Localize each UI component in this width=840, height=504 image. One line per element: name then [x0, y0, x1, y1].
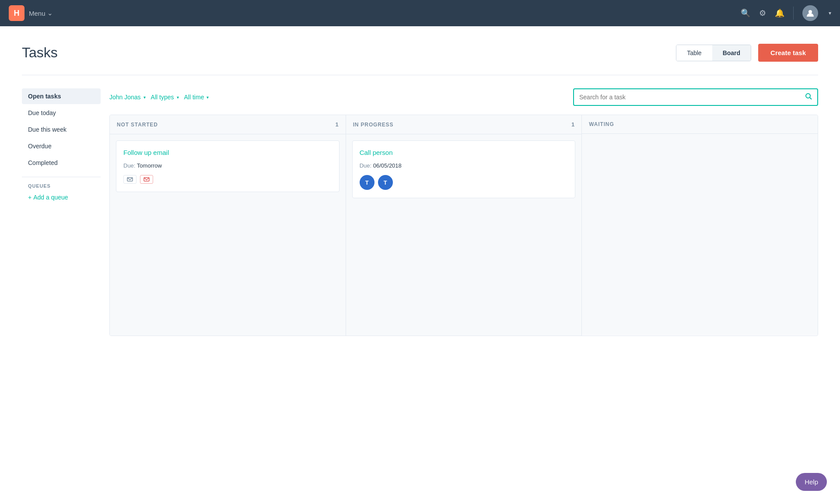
column-count-in-progress: 1	[571, 121, 574, 128]
plus-icon: +	[28, 194, 32, 201]
topnav-right: 🔍 ⚙ 🔔 ▾	[741, 5, 831, 21]
svg-line-2	[810, 98, 812, 99]
chevron-down-icon: ▾	[177, 95, 179, 100]
column-in-progress: IN PROGRESS 1 Call person Due: 06/05/201…	[346, 115, 582, 336]
column-body-in-progress: Call person Due: 06/05/2018 T T	[346, 134, 582, 336]
add-queue-button[interactable]: + Add a queue	[22, 192, 74, 203]
avatar-chevron-icon: ▾	[829, 10, 831, 16]
avatar-button[interactable]	[802, 5, 818, 21]
sidebar-item-completed[interactable]: Completed	[22, 155, 101, 171]
main-layout: Open tasks Due today Due this week Overd…	[22, 88, 818, 336]
page-title: Tasks	[22, 45, 58, 61]
column-title-waiting: WAITING	[589, 121, 614, 127]
type-filter-button[interactable]: All types ▾	[151, 94, 179, 101]
sidebar-divider	[22, 177, 101, 177]
notifications-icon-button[interactable]: 🔔	[775, 8, 784, 18]
hubspot-logo: H	[9, 5, 24, 21]
page-header: Tasks Table Board Create task	[22, 44, 818, 62]
task-name-follow-up-email[interactable]: Follow up email	[123, 149, 332, 156]
task-icons-follow-up-email	[123, 175, 332, 184]
task-card-follow-up-email: Follow up email Due: Tomorrow	[116, 140, 340, 192]
topnav-left: H Menu ⌄	[9, 5, 53, 21]
column-header-not-started: NOT STARTED 1	[110, 115, 346, 134]
search-icon-button[interactable]: 🔍	[741, 8, 750, 18]
column-header-waiting: WAITING	[582, 115, 818, 134]
sidebar-item-open-tasks[interactable]: Open tasks	[22, 88, 101, 104]
sidebar: Open tasks Due today Due this week Overd…	[22, 88, 109, 336]
task-card-call-person: Call person Due: 06/05/2018 T T	[352, 140, 576, 198]
search-icon	[805, 93, 812, 102]
svg-point-0	[808, 10, 812, 14]
column-title-not-started: NOT STARTED	[117, 122, 158, 128]
page-content: Tasks Table Board Create task Open tasks…	[0, 26, 840, 354]
create-task-button[interactable]: Create task	[758, 44, 818, 62]
search-box	[573, 88, 818, 106]
column-header-in-progress: IN PROGRESS 1	[346, 115, 582, 134]
sidebar-item-due-today[interactable]: Due today	[22, 105, 101, 121]
header-actions: Table Board Create task	[676, 44, 818, 62]
chevron-down-icon: ▾	[206, 95, 209, 100]
column-not-started: NOT STARTED 1 Follow up email Due: Tomor…	[110, 115, 346, 336]
svg-point-1	[806, 94, 810, 98]
column-body-waiting	[582, 134, 818, 335]
board-columns: NOT STARTED 1 Follow up email Due: Tomor…	[109, 115, 818, 336]
task-due-call-person: Due: 06/05/2018	[360, 162, 568, 169]
column-body-not-started: Follow up email Due: Tomorrow	[110, 134, 346, 336]
queues-label: QUEUES	[22, 183, 101, 189]
topnav: H Menu ⌄ 🔍 ⚙ 🔔 ▾	[0, 0, 840, 26]
sidebar-item-due-this-week[interactable]: Due this week	[22, 122, 101, 137]
task-due-follow-up-email: Due: Tomorrow	[123, 162, 332, 169]
assignee-filter-button[interactable]: John Jonas ▾	[109, 94, 146, 101]
column-count-not-started: 1	[335, 121, 338, 128]
task-icons-call-person: T T	[360, 175, 568, 190]
settings-icon-button[interactable]: ⚙	[759, 8, 766, 18]
filters-bar: John Jonas ▾ All types ▾ All time ▾	[109, 88, 818, 106]
page-divider	[22, 75, 818, 75]
topnav-divider	[793, 7, 794, 20]
email-icon-2	[140, 175, 153, 184]
board-area: John Jonas ▾ All types ▾ All time ▾	[109, 88, 818, 336]
search-input[interactable]	[579, 94, 805, 101]
column-waiting: WAITING	[582, 115, 818, 336]
column-title-in-progress: IN PROGRESS	[353, 122, 394, 128]
chevron-down-icon: ⌄	[47, 9, 53, 17]
contact-avatar-1: T	[360, 175, 374, 190]
view-toggle: Table Board	[676, 45, 751, 61]
chevron-down-icon: ▾	[144, 95, 146, 100]
contact-avatar-2: T	[378, 175, 393, 190]
menu-button[interactable]: Menu ⌄	[29, 9, 53, 17]
task-name-call-person[interactable]: Call person	[360, 149, 568, 156]
email-icon-1	[123, 175, 136, 184]
table-view-button[interactable]: Table	[676, 45, 712, 61]
sidebar-nav: Open tasks Due today Due this week Overd…	[22, 88, 101, 171]
time-filter-button[interactable]: All time ▾	[184, 94, 209, 101]
board-view-button[interactable]: Board	[712, 45, 751, 61]
sidebar-item-overdue[interactable]: Overdue	[22, 138, 101, 154]
